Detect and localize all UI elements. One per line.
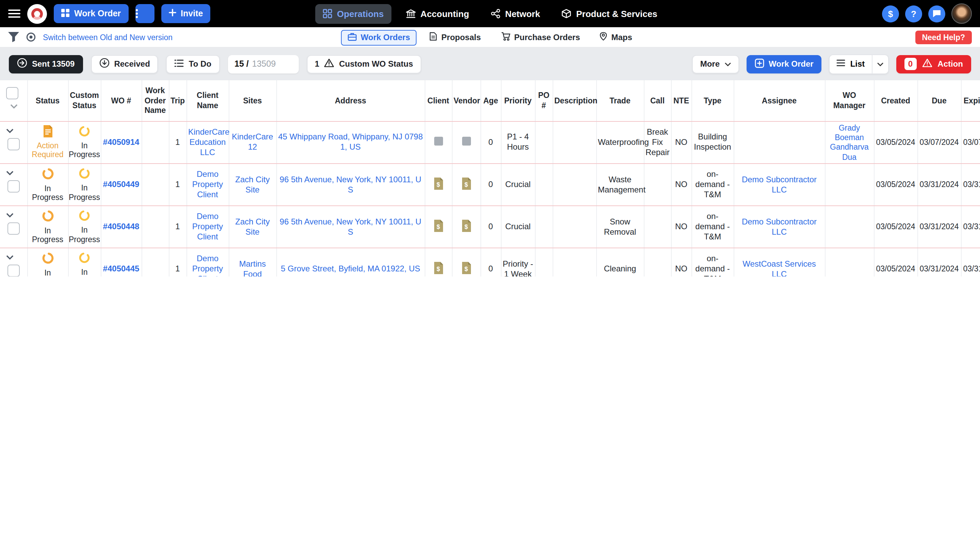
row-expand-chevron-icon[interactable] xyxy=(6,171,14,175)
row-checkbox[interactable] xyxy=(8,138,20,150)
expiration-date-cell: 03/07/2024 xyxy=(961,121,980,164)
work-order-menu-button[interactable]: Work Order xyxy=(54,4,128,23)
select-all-checkbox[interactable] xyxy=(6,87,18,99)
nav-item-products-services[interactable]: Product & Services xyxy=(554,4,665,24)
view-toggle-icon[interactable] xyxy=(26,32,36,42)
row-expand-chevron-icon[interactable] xyxy=(6,213,14,218)
column-header-call[interactable]: Call xyxy=(644,80,671,121)
column-header-type[interactable]: Type xyxy=(692,80,733,121)
site-link[interactable]: KinderCare 12 xyxy=(232,132,273,152)
vendor-invoice-icon[interactable]: $ xyxy=(461,262,471,274)
tab-work-orders[interactable]: Work Orders xyxy=(341,30,417,45)
list-icon xyxy=(837,59,846,69)
assignee-link[interactable]: WestCoast Services LLC xyxy=(743,259,816,276)
column-header-po[interactable]: PO # xyxy=(535,80,553,121)
column-header-assignee[interactable]: Assignee xyxy=(733,80,825,121)
client-invoice-icon[interactable]: $ xyxy=(433,219,443,232)
column-header-expiration[interactable]: Expiration xyxy=(961,80,980,121)
wo-number-link[interactable]: #4050449 xyxy=(103,180,140,189)
column-header-address[interactable]: Address xyxy=(276,80,425,121)
more-button[interactable]: More xyxy=(692,55,739,73)
column-header-created[interactable]: Created xyxy=(874,80,917,121)
site-link[interactable]: Zach City Site xyxy=(235,217,269,236)
row-checkbox[interactable] xyxy=(8,265,20,276)
assignee-link[interactable]: Demo Subcontractor LLC xyxy=(742,175,817,194)
vendor-invoice-icon[interactable]: $ xyxy=(461,177,471,189)
trip-cell: 1 xyxy=(169,206,186,248)
address-cell: 96 5th Avenue, New York, NY 10011, US xyxy=(276,164,425,206)
column-header-age[interactable]: Age xyxy=(480,80,501,121)
company-logo[interactable] xyxy=(27,4,47,24)
toolbar: Sent 13509 Received To Do 15 / 13509 1 C… xyxy=(0,48,980,80)
filter-funnel-icon[interactable] xyxy=(8,32,19,42)
sent-filter-button[interactable]: Sent 13509 xyxy=(9,55,83,73)
column-header-work-order-name[interactable]: Work Order Name xyxy=(142,80,169,121)
wo-number-link[interactable]: #4050914 xyxy=(103,137,140,147)
column-header-sites[interactable]: Sites xyxy=(229,80,276,121)
nav-item-accounting[interactable]: Accounting xyxy=(398,4,477,24)
row-expand-chevron-icon[interactable] xyxy=(6,255,14,260)
list-view-button[interactable]: List xyxy=(830,55,872,73)
po-number-cell xyxy=(535,248,553,276)
column-header-wo-manager[interactable]: WO Manager xyxy=(825,80,874,121)
client-name-link[interactable]: Demo Property Client xyxy=(192,169,223,199)
client-name-link[interactable]: Demo Property Client xyxy=(192,211,223,242)
currency-icon[interactable]: $ xyxy=(882,5,899,22)
custom-wo-status-button[interactable]: 1 Custom WO Status xyxy=(307,55,421,73)
site-link[interactable]: Martins Food xyxy=(239,259,266,276)
address-link[interactable]: 96 5th Avenue, New York, NY 10011, US xyxy=(280,175,421,194)
vendor-invoice-icon[interactable]: $ xyxy=(461,219,471,232)
todo-filter-button[interactable]: To Do xyxy=(166,55,220,73)
hamburger-menu-icon[interactable] xyxy=(8,9,21,18)
row-checkbox[interactable] xyxy=(8,222,20,235)
list-view-label: List xyxy=(850,59,865,69)
new-work-order-button[interactable]: Work Order xyxy=(746,55,822,73)
tab-proposals[interactable]: Proposals xyxy=(423,29,488,46)
warning-icon xyxy=(324,59,334,69)
wo-number-link[interactable]: #4050448 xyxy=(103,222,140,231)
pagination-input[interactable]: 15 / 13509 xyxy=(228,55,298,73)
tab-purchase-orders[interactable]: Purchase Orders xyxy=(494,29,587,46)
site-link[interactable]: Zach City Site xyxy=(235,175,269,194)
select-all-caret-icon[interactable] xyxy=(10,104,18,109)
invite-button[interactable]: Invite xyxy=(161,4,210,23)
column-header-description[interactable]: Description xyxy=(553,80,596,121)
column-header-client[interactable]: Client xyxy=(425,80,452,121)
client-name-link[interactable]: KinderCare Education LLC xyxy=(188,127,229,157)
client-invoice-icon[interactable]: $ xyxy=(433,177,443,189)
column-header-priority[interactable]: Priority xyxy=(501,80,535,121)
address-link[interactable]: 5 Grove Street, Byfield, MA 01922, US xyxy=(281,264,420,273)
view-mode-dropdown[interactable] xyxy=(872,55,888,73)
custom-status-icon xyxy=(78,252,91,266)
tab-maps[interactable]: Maps xyxy=(593,29,639,46)
need-help-button[interactable]: Need Help? xyxy=(915,30,972,44)
column-header-trade[interactable]: Trade xyxy=(596,80,644,121)
column-header-client-name[interactable]: Client Name xyxy=(186,80,229,121)
column-header-nte[interactable]: NTE xyxy=(671,80,692,121)
client-invoice-icon[interactable]: $ xyxy=(433,262,443,274)
row-checkbox[interactable] xyxy=(8,180,20,192)
nav-item-operations[interactable]: Operations xyxy=(315,4,391,24)
wo-number-link[interactable]: #4050445 xyxy=(103,264,140,273)
address-link[interactable]: 96 5th Avenue, New York, NY 10011, US xyxy=(280,217,421,236)
column-header-due[interactable]: Due xyxy=(917,80,961,121)
row-expand-chevron-icon[interactable] xyxy=(6,128,14,133)
received-filter-button[interactable]: Received xyxy=(91,55,158,73)
column-header-wo-number[interactable]: WO # xyxy=(101,80,142,121)
client-name-link[interactable]: Demo Property Client xyxy=(192,254,223,276)
action-required-button[interactable]: 0 Action xyxy=(896,55,971,73)
nav-item-network[interactable]: Network xyxy=(484,4,548,24)
column-header-vendor[interactable]: Vendor xyxy=(452,80,480,121)
address-link[interactable]: 45 Whippany Road, Whippany, NJ 07981, US xyxy=(278,132,423,152)
wo-manager-link[interactable]: Grady Boeman Gandharva Dua xyxy=(830,124,869,161)
column-header-status[interactable]: Status xyxy=(27,80,68,121)
column-header-custom-status[interactable]: Custom Status xyxy=(68,80,101,121)
more-options-ellipsis-button[interactable] xyxy=(135,4,154,23)
version-switch-link[interactable]: Switch between Old and New version xyxy=(43,33,172,41)
user-avatar[interactable] xyxy=(951,3,972,24)
help-icon[interactable]: ? xyxy=(905,5,922,22)
column-header-trip[interactable]: Trip xyxy=(169,80,186,121)
assignee-link[interactable]: Demo Subcontractor LLC xyxy=(742,217,817,236)
chat-icon[interactable] xyxy=(928,5,945,22)
tab-purchase-orders-label: Purchase Orders xyxy=(514,33,580,42)
